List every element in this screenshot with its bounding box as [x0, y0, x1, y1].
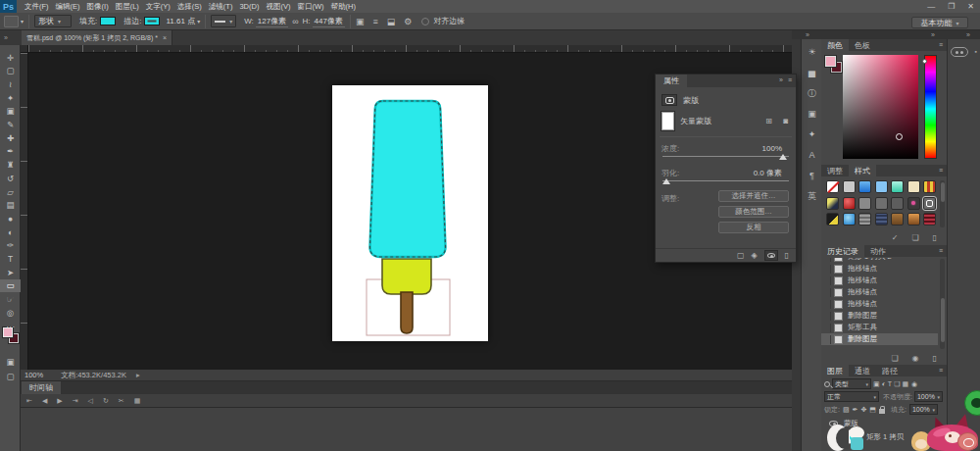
scrollbar[interactable] — [940, 180, 945, 227]
style-swatch[interactable] — [858, 213, 871, 226]
mask-visibility-icon[interactable] — [764, 250, 778, 261]
adjustments-icon[interactable]: ☀ — [802, 44, 822, 60]
vector-mask-thumbnail[interactable] — [662, 112, 674, 130]
glyphs-icon[interactable]: 英 — [802, 188, 822, 204]
eyedropper-tool[interactable]: ✎ — [0, 119, 21, 131]
filter-shape-icon[interactable]: ❏ — [894, 380, 900, 388]
history-state[interactable]: 删除图层 — [821, 333, 938, 345]
color-cursor[interactable] — [896, 133, 903, 140]
healing-brush-tool[interactable]: ✚ — [0, 131, 21, 144]
libraries-icon[interactable] — [951, 47, 968, 57]
width-value[interactable]: 127像素 — [256, 16, 288, 27]
lock-transparent-icon[interactable]: ▨ — [843, 406, 850, 414]
style-swatch[interactable] — [826, 197, 839, 210]
density-slider[interactable] — [662, 156, 789, 157]
menu-item[interactable]: 3D(D) — [239, 2, 259, 12]
style-swatch[interactable] — [923, 180, 936, 193]
feather-value[interactable]: 0.0 像素 — [754, 168, 782, 178]
clone-stamp-tool[interactable]: ♜ — [0, 159, 21, 172]
path-operations-icon[interactable]: ▣ — [356, 17, 365, 26]
menu-item[interactable]: 帮助(H) — [331, 2, 356, 12]
feather-slider[interactable] — [662, 180, 789, 181]
add-vector-mask-icon[interactable]: ◙ — [783, 117, 788, 125]
fill-swatch[interactable] — [100, 17, 116, 25]
fill-value[interactable]: 100%▾ — [909, 404, 938, 415]
loop-icon[interactable]: ↻ — [103, 397, 109, 405]
history-brush-tool[interactable]: ↺ — [0, 172, 21, 184]
filter-smartobject-icon[interactable]: ▦ — [902, 380, 908, 388]
density-value[interactable]: 100% — [762, 144, 782, 153]
style-swatch[interactable] — [875, 197, 888, 210]
style-swatch[interactable] — [858, 197, 871, 210]
stroke-style-dropdown[interactable]: ▾ — [211, 15, 236, 27]
magic-wand-tool[interactable]: ✦ — [0, 91, 21, 104]
filter-pixel-icon[interactable]: ▣ — [873, 380, 880, 388]
rectangle-tool[interactable]: ▭ — [0, 279, 21, 292]
filter-type-icon[interactable]: T — [888, 380, 892, 387]
first-frame-icon[interactable]: ⇤ — [26, 397, 32, 405]
tab-colors[interactable]: 颜色 — [821, 39, 849, 51]
filter-toggle-icon[interactable]: ◉ — [911, 380, 917, 388]
timeline-tab[interactable]: 时间轴 — [22, 381, 61, 394]
menu-item[interactable]: 文字(Y) — [146, 2, 171, 12]
lock-all-icon[interactable] — [879, 409, 885, 414]
quick-mask-button[interactable]: ▣ — [0, 355, 21, 368]
edit-toolbar[interactable]: ⋯ — [0, 320, 21, 332]
brush-settings-icon[interactable]: ✦ — [802, 126, 822, 142]
document-tab[interactable]: 雪糕.psd @ 100% (矩形 1 拷贝 2, RGB/8) * × — [22, 30, 172, 45]
zoom-tool[interactable]: ◎ — [0, 306, 21, 319]
style-swatch[interactable] — [907, 197, 920, 210]
style-swatch[interactable] — [891, 213, 904, 226]
new-style-icon[interactable]: ❏ — [911, 233, 918, 242]
info-icon[interactable]: ⓘ — [802, 85, 822, 101]
collapse-panel-icon[interactable]: » — [779, 76, 783, 83]
crop-tool[interactable]: ▣ — [0, 105, 21, 118]
style-swatch[interactable] — [923, 213, 936, 226]
panel-menu-icon[interactable]: ≡ — [939, 167, 943, 174]
menu-item[interactable]: 窗口(W) — [297, 2, 323, 12]
move-tool[interactable]: ✛ — [0, 51, 21, 64]
height-value[interactable]: 447像素 — [313, 16, 345, 27]
style-swatch[interactable] — [907, 180, 920, 193]
collapse-strip-icon[interactable]: » — [806, 31, 809, 38]
history-state[interactable]: 矩形工具 — [821, 322, 938, 333]
paragraph-icon[interactable]: ¶ — [802, 168, 822, 183]
next-frame-icon[interactable]: ⇥ — [73, 397, 78, 405]
filter-adjustment-icon[interactable]: ◐ — [882, 380, 886, 387]
hue-marker[interactable] — [922, 59, 927, 64]
style-swatch[interactable] — [875, 213, 888, 226]
menu-item[interactable]: 图层(L) — [116, 2, 139, 12]
panel-menu-icon[interactable]: ▪ — [975, 48, 977, 55]
style-swatch[interactable] — [923, 197, 936, 210]
panel-menu-icon[interactable]: ≡ — [788, 76, 792, 83]
style-swatch[interactable] — [907, 213, 920, 226]
collapse-dock2-icon[interactable]: » — [966, 31, 970, 38]
stroke-width-value[interactable]: 11.61 点 — [166, 16, 195, 26]
layer-name[interactable]: 矩形 1 拷贝 — [866, 432, 904, 442]
add-pixel-mask-icon[interactable]: ⊞ — [765, 117, 772, 125]
workspace-switcher[interactable]: 基本功能▾ — [911, 17, 968, 28]
menu-item[interactable]: 滤镜(T) — [209, 2, 233, 12]
select-and-mask-button[interactable]: 选择并遮住… — [718, 190, 789, 202]
clone-source-icon[interactable]: ▣ — [802, 106, 822, 122]
foreground-color-swatch[interactable] — [825, 56, 836, 67]
delete-style-icon[interactable]: ▯ — [933, 233, 937, 242]
lock-pixels-icon[interactable]: ✒ — [853, 406, 858, 414]
marquee-tool[interactable]: ▢ — [0, 65, 21, 77]
align-edges-checkbox[interactable] — [421, 18, 429, 25]
style-swatch[interactable] — [843, 213, 856, 226]
new-snapshot-icon[interactable]: ◉ — [912, 354, 919, 363]
tab-actions[interactable]: 动作 — [864, 245, 892, 257]
lasso-tool[interactable]: ≀ — [0, 77, 21, 90]
style-swatch[interactable] — [826, 180, 839, 193]
density-slider-thumb[interactable] — [779, 154, 787, 160]
panel-menu-icon[interactable]: ≡ — [939, 247, 943, 254]
color-range-button[interactable]: 颜色范围… — [718, 206, 789, 218]
lock-artboard-icon[interactable]: ⬒ — [869, 406, 876, 414]
delete-state-icon[interactable]: ▯ — [933, 354, 937, 363]
clear-style-icon[interactable]: ✓ — [892, 233, 899, 242]
history-state[interactable]: 拖移锚点 — [821, 286, 938, 298]
invert-button[interactable]: 反相 — [718, 222, 789, 233]
type-tool[interactable]: T — [0, 253, 21, 266]
path-arrange-icon[interactable]: ⬓ — [387, 17, 396, 26]
